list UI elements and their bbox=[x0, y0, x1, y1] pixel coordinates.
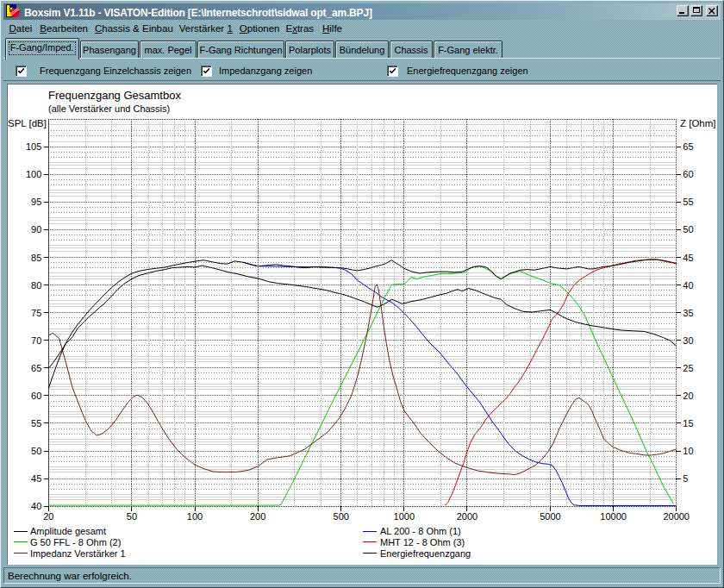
svg-text:40: 40 bbox=[683, 280, 693, 291]
svg-text:105: 105 bbox=[26, 141, 41, 152]
svg-text:Amplitude gesamt: Amplitude gesamt bbox=[30, 526, 106, 536]
svg-text:55: 55 bbox=[31, 418, 41, 428]
svg-text:35: 35 bbox=[683, 308, 693, 318]
svg-text:2000: 2000 bbox=[457, 511, 477, 522]
svg-text:100: 100 bbox=[26, 169, 41, 179]
svg-text:Energiefrequenzgang: Energiefrequenzgang bbox=[380, 548, 471, 559]
svg-text:45: 45 bbox=[683, 253, 693, 263]
svg-text:45: 45 bbox=[31, 473, 41, 484]
svg-text:100: 100 bbox=[187, 511, 203, 522]
svg-text:(alle Verstärker und Chassis): (alle Verstärker und Chassis) bbox=[48, 103, 170, 114]
svg-text:5000: 5000 bbox=[540, 511, 560, 522]
svg-text:55: 55 bbox=[683, 197, 693, 207]
svg-text:60: 60 bbox=[31, 391, 41, 401]
svg-text:10000: 10000 bbox=[600, 511, 627, 522]
svg-text:90: 90 bbox=[31, 224, 41, 235]
svg-text:70: 70 bbox=[31, 335, 41, 346]
svg-text:20000: 20000 bbox=[663, 511, 690, 522]
svg-text:Frequenzgang Gesamtbox: Frequenzgang Gesamtbox bbox=[48, 89, 181, 102]
svg-text:50: 50 bbox=[31, 446, 41, 456]
svg-text:AL 200 - 8 Ohm (1): AL 200 - 8 Ohm (1) bbox=[380, 526, 461, 536]
svg-text:500: 500 bbox=[334, 511, 349, 522]
svg-text:20: 20 bbox=[683, 391, 693, 401]
svg-text:10: 10 bbox=[683, 446, 693, 456]
svg-text:Z [Ohm]: Z [Ohm] bbox=[680, 118, 716, 128]
svg-text:G 50 FFL - 8 Ohm (2): G 50 FFL - 8 Ohm (2) bbox=[30, 537, 121, 547]
svg-text:80: 80 bbox=[31, 280, 41, 291]
svg-text:65: 65 bbox=[31, 363, 41, 373]
svg-text:50: 50 bbox=[683, 224, 693, 235]
svg-text:40: 40 bbox=[31, 501, 41, 511]
svg-text:50: 50 bbox=[127, 511, 137, 522]
svg-text:60: 60 bbox=[683, 169, 693, 179]
svg-text:SPL [dB]: SPL [dB] bbox=[8, 118, 47, 128]
svg-text:1000: 1000 bbox=[394, 511, 415, 522]
svg-text:75: 75 bbox=[31, 308, 41, 318]
svg-text:200: 200 bbox=[250, 511, 265, 522]
svg-text:5: 5 bbox=[683, 473, 688, 484]
svg-text:95: 95 bbox=[31, 197, 41, 207]
svg-text:20: 20 bbox=[43, 511, 53, 522]
svg-text:65: 65 bbox=[683, 141, 693, 152]
svg-text:85: 85 bbox=[31, 253, 41, 263]
svg-text:Impedanz Verstärker 1: Impedanz Verstärker 1 bbox=[30, 548, 126, 559]
svg-text:30: 30 bbox=[683, 335, 693, 346]
svg-text:25: 25 bbox=[683, 363, 693, 373]
svg-text:15: 15 bbox=[683, 418, 693, 428]
svg-text:MHT 12 - 8 Ohm (3): MHT 12 - 8 Ohm (3) bbox=[380, 537, 465, 547]
